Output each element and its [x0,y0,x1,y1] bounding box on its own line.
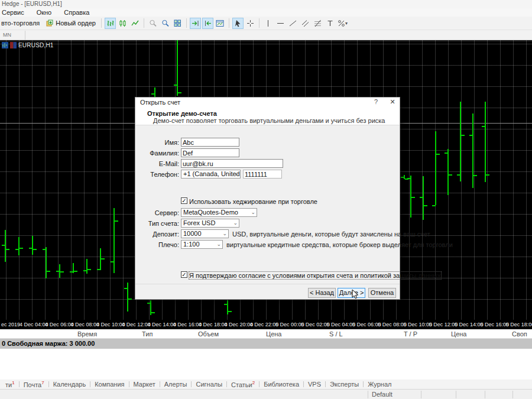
crosshair-tool-button[interactable] [245,18,256,29]
leverage-note: виртуальные кредитные средства, которые … [226,241,453,248]
new-order-icon [46,20,54,27]
server-value: MetaQuotes-Demo [183,209,238,216]
phone-number-field[interactable] [243,170,282,179]
chevron-down-icon: ⌄ [251,209,255,216]
close-tick [228,311,232,312]
shapes-tool-button[interactable]: ▾ [337,18,348,29]
toolbox-tab-журнал[interactable]: Журнал [364,381,395,388]
horizontal-line-tool-button[interactable] [275,18,286,29]
toolbox-tab-статьи[interactable]: Статьи2 [227,380,259,388]
open-tick [111,261,114,262]
zoom-in-button[interactable] [147,18,158,29]
toolbox-tab-сигналы[interactable]: Сигналы [192,381,226,388]
cancel-button[interactable]: Отмена [368,288,396,298]
zoom-out-icon [161,20,169,27]
toolbox-tab-эксперты[interactable]: Эксперты [326,381,363,388]
statusbar-separator [421,391,421,398]
chevron-down-icon: ⌄ [216,241,221,248]
line-chart-icon [131,20,139,27]
name-field[interactable] [181,138,239,147]
time-axis-label: 4 Dec 10:00 [96,322,125,327]
open-tick [83,270,87,271]
chart-shift-button[interactable] [202,18,213,29]
leverage-select[interactable]: 1:100⌄ [181,240,223,249]
column-header: Время [77,330,97,338]
open-tick [457,174,460,176]
account-status-strip: 0 Свободная маржа: 3 000.00 [0,339,532,349]
zoom-out-button[interactable] [160,18,171,29]
trendline-tool-button[interactable] [287,18,299,29]
open-tick [482,126,485,127]
dialog-titlebar[interactable]: Открыть счет ? ✕ [135,98,400,108]
deposit-select[interactable]: 10000⌄ [181,229,229,238]
toolbox-tab-календарь[interactable]: Календарь [49,381,90,388]
toolbox-tab-библиотека[interactable]: Библиотека [259,381,303,388]
channel-tool-button[interactable] [300,18,311,29]
indicators-window-button[interactable] [215,18,226,29]
toolbox-tab-алерты[interactable]: Алерты [160,381,192,388]
name-label: Имя: [135,139,179,146]
toolbar-separator [144,18,144,28]
phone-code-select[interactable]: +1 (Canada, United State⌄ [181,170,241,179]
status-bar: Default [0,389,532,399]
open-tick [420,197,423,198]
server-select[interactable]: MetaQuotes-Demo⌄ [181,208,257,217]
deposit-label: Депозит: [135,231,179,238]
auto-scroll-button[interactable] [190,18,201,29]
connection-profile-label[interactable]: Default [372,391,392,398]
time-axis-label: 5 Dec 12:00 [429,322,458,327]
close-tick [101,258,105,259]
candlestick-mode-button[interactable] [117,18,128,29]
toolbox-tab-компания[interactable]: Компания [90,381,128,388]
autotrade-button[interactable]: вто-торговля [1,20,40,27]
text-tool-button[interactable] [325,18,336,29]
ohlc-bar [5,230,6,262]
time-axis-label: 4 Dec 06:00 [45,322,74,327]
cursor-tool-button[interactable] [232,18,244,29]
ohlc-bar [86,259,87,274]
open-tick [97,269,100,270]
vertical-line-tool-button[interactable] [262,18,274,29]
menu-item-сервис[interactable]: Сервис [0,8,30,17]
lastname-field[interactable] [181,148,239,157]
toolbar-separator [229,18,229,28]
menu-bar: СервисОкноСправка [0,8,532,17]
menu-item-справка[interactable]: Справка [62,8,95,17]
bar-chart-mode-button[interactable] [105,18,116,29]
ohlc-bar [32,236,33,255]
time-axis[interactable]: ec 20194 Dec 04:004 Dec 06:004 Dec 08:00… [0,320,532,329]
channel-icon [301,20,309,27]
toolbar-separator [186,18,187,28]
toolbox-tab-ти[interactable]: ти1 [1,380,19,388]
hedging-checkbox-label[interactable]: Использовать хеджирование при торговле [189,198,317,205]
statusbar-separator [485,391,485,398]
back-button[interactable]: < Назад [308,288,336,298]
period-separator [25,31,25,40]
line-chart-mode-button[interactable] [129,18,141,29]
hedging-checkbox[interactable]: ✓ [181,197,187,204]
help-icon[interactable]: ? [371,98,381,107]
time-axis-label: 5 Dec 14:00 [455,322,484,327]
new-order-button[interactable]: Новый ордер [43,18,99,29]
metatrader-window: Hedge - [EURUSD,H1] СервисОкноСправка вт… [0,0,532,399]
period-mn-button[interactable]: MN [1,31,14,38]
menu-item-окно[interactable]: Окно [35,8,58,17]
toolbox-tab-vps[interactable]: VPS [304,381,325,388]
period-bar: MN [0,30,532,40]
fibonacci-tool-button[interactable] [312,18,323,29]
close-icon[interactable]: ✕ [387,98,398,107]
candlestick-icon [119,20,126,27]
open-tick [29,248,33,249]
confirm-checkbox[interactable]: ✓ [181,271,187,278]
toolbox-tab-маркет[interactable]: Маркет [129,381,160,388]
toolbox-tab-почта[interactable]: Почта7 [20,380,48,388]
trendline-icon [289,20,297,27]
shapes-dropdown-caret[interactable]: ▾ [345,21,348,26]
email-field[interactable] [181,159,283,168]
account-type-select[interactable]: Forex USD⌄ [181,219,239,228]
confirm-checkbox-label[interactable]: Я подтверждаю согласие с условиями откры… [189,272,441,279]
tile-windows-button[interactable] [172,18,183,29]
time-axis-label: 5 Dec 10:00 [404,322,433,327]
chevron-down-icon: ⌄ [222,230,227,238]
zoom-in-icon [149,20,157,27]
